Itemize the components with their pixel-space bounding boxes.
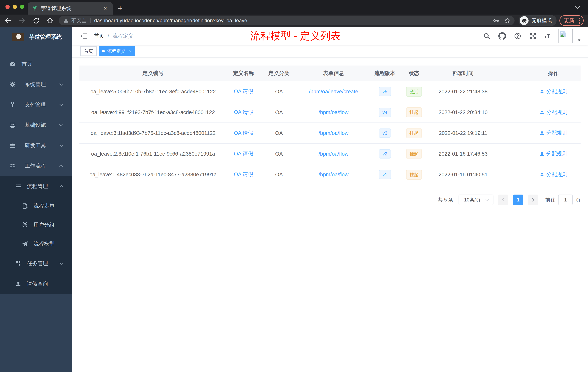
prev-page-button[interactable]: [498, 195, 508, 205]
browser-tab[interactable]: 芋道管理系统 ×: [28, 2, 113, 15]
col-header-version: 流程版本: [369, 66, 400, 81]
sidebar-item-system[interactable]: 系统管理: [0, 74, 72, 95]
chevron-up-icon: [59, 163, 64, 169]
forward-icon[interactable]: [19, 17, 26, 24]
breadcrumb-home-link[interactable]: 首页: [94, 33, 104, 40]
cell-category: OA: [260, 102, 298, 123]
back-icon[interactable]: [4, 17, 12, 24]
version-badge: v2: [379, 149, 391, 159]
definition-name-link[interactable]: OA 请假: [234, 88, 253, 94]
sidebar-item-label: 工作流程: [25, 162, 46, 170]
definition-table: 定义编号 定义名称 定义分类 表单信息 流程版本 状态 部署时间 操作: [79, 66, 580, 185]
key-icon[interactable]: [493, 17, 499, 24]
yen-icon: ¥: [9, 101, 16, 109]
question-icon[interactable]: [514, 33, 521, 40]
tree-icon: [15, 261, 22, 266]
assign-rule-link[interactable]: 分配规则: [539, 129, 567, 137]
minimize-window-button[interactable]: [13, 5, 17, 9]
red-annotation-title: 流程模型 - 定义列表: [250, 29, 341, 43]
sidebar-item-devtools[interactable]: 研发工具: [0, 135, 72, 156]
sidebar-item-label: 支付管理: [25, 101, 46, 109]
sidebar-item-leave-query[interactable]: 请假查询: [0, 274, 72, 294]
tab-search-chevron-icon[interactable]: [574, 4, 581, 11]
goto-page-input[interactable]: [558, 195, 573, 205]
tags-view-bar: 首页 流程定义 ×: [72, 45, 588, 57]
cell-id: oa_leave:5:004b710b-7b8a-11ec-8ef0-acde4…: [79, 81, 227, 102]
workflow-submenu: 流程管理 流程表单 用户分组 流程模型: [0, 176, 72, 294]
fullscreen-icon[interactable]: [529, 33, 536, 40]
tag-label: 流程定义: [107, 48, 126, 54]
definition-name-link[interactable]: OA 请假: [234, 130, 253, 136]
search-icon[interactable]: [483, 33, 490, 40]
star-icon[interactable]: [504, 17, 511, 24]
user-icon: [539, 110, 545, 115]
user-icon: [539, 131, 545, 136]
font-size-icon[interactable]: тT: [545, 33, 550, 39]
sidebar-item-user-group[interactable]: 用户分组: [0, 216, 72, 234]
sidebar: 芋道管理系统 首页 系统管理 ¥ 支付管理: [0, 27, 72, 372]
select-chevron-icon: [485, 197, 489, 202]
home-icon[interactable]: [47, 17, 53, 24]
zoom-window-button[interactable]: [20, 5, 24, 9]
reload-icon[interactable]: [33, 17, 40, 24]
sidebar-logo-row[interactable]: 芋道管理系统: [0, 27, 72, 47]
sidebar-item-process-model[interactable]: 流程模型: [0, 234, 72, 253]
col-header-actions: 操作: [526, 66, 580, 81]
next-page-button[interactable]: [528, 195, 538, 205]
close-window-button[interactable]: [5, 5, 10, 9]
tag-close-icon[interactable]: ×: [129, 49, 132, 54]
avatar[interactable]: [558, 29, 573, 43]
table-row: oa_leave:3:1fad3d93-7b75-11ec-a3c8-acde4…: [79, 123, 580, 143]
sidebar-item-label: 基础设施: [25, 121, 46, 129]
sidebar-item-payment[interactable]: ¥ 支付管理: [0, 95, 72, 115]
page-number-1[interactable]: 1: [513, 195, 523, 205]
sidebar-item-process-mgmt[interactable]: 流程管理: [0, 176, 72, 197]
security-label[interactable]: 不安全: [71, 17, 86, 24]
sidebar-item-label: 研发工具: [25, 142, 46, 149]
sidebar-item-label: 流程表单: [33, 202, 54, 210]
tag-process-definition[interactable]: 流程定义 ×: [99, 46, 135, 56]
definition-name-link[interactable]: OA 请假: [234, 151, 253, 156]
caret-down-icon[interactable]: [577, 38, 581, 43]
form-link[interactable]: /bpm/oa/flow: [319, 109, 348, 115]
pagination-total: 共 5 条: [438, 197, 453, 203]
sidebar-item-infra[interactable]: 基础设施: [0, 115, 72, 135]
url-text[interactable]: dashboard.yudao.iocoder.cn/bpm/manager/d…: [94, 18, 490, 23]
hamburger-fold-icon[interactable]: [80, 33, 88, 40]
kebab-menu-icon[interactable]: [579, 18, 580, 24]
definition-name-link[interactable]: OA 请假: [234, 109, 253, 115]
broken-image-icon: [559, 30, 567, 38]
sidebar-item-task-mgmt[interactable]: 任务管理: [0, 253, 72, 274]
sidebar-item-process-form[interactable]: 流程表单: [0, 197, 72, 216]
form-link[interactable]: /bpm/oa/flow: [319, 172, 348, 177]
table-row: oa_leave:4:991f2193-7b7f-11ec-a3c8-acde4…: [79, 102, 580, 123]
assign-rule-link[interactable]: 分配规则: [539, 109, 567, 116]
new-tab-button[interactable]: +: [118, 4, 123, 12]
sidebar-item-workflow[interactable]: 工作流程: [0, 156, 72, 176]
incognito-icon: [520, 16, 529, 25]
github-icon[interactable]: [498, 32, 506, 40]
form-link[interactable]: /bpm/oa/leave/create: [309, 89, 358, 94]
page-size-select[interactable]: 10条/页: [459, 195, 494, 205]
status-badge: 挂起: [406, 149, 422, 159]
chevron-down-icon: [59, 122, 64, 128]
goto-label: 前往: [546, 197, 555, 203]
definition-name-link[interactable]: OA 请假: [234, 171, 253, 177]
assign-rule-link[interactable]: 分配规则: [539, 150, 567, 157]
cell-category: OA: [260, 143, 298, 164]
assign-rule-link[interactable]: 分配规则: [539, 171, 567, 178]
page-size-value: 10条/页: [464, 197, 481, 203]
cell-category: OA: [260, 123, 298, 143]
address-bar[interactable]: 不安全 dashboard.yudao.iocoder.cn/bpm/manag…: [59, 16, 514, 25]
tab-close-icon[interactable]: ×: [102, 5, 108, 12]
tag-home[interactable]: 首页: [80, 46, 97, 56]
update-button[interactable]: 更新: [559, 15, 584, 26]
assign-rule-link[interactable]: 分配规则: [539, 88, 567, 95]
breadcrumb-current: 流程定义: [112, 33, 134, 40]
sidebar-item-home[interactable]: 首页: [0, 54, 72, 74]
form-link[interactable]: /bpm/oa/flow: [319, 151, 348, 157]
version-badge: v5: [379, 87, 391, 96]
form-link[interactable]: /bpm/oa/flow: [319, 130, 348, 136]
traffic-lights: [5, 5, 24, 9]
cell-deploy-time: 2022-01-22 21:48:38: [428, 81, 499, 102]
